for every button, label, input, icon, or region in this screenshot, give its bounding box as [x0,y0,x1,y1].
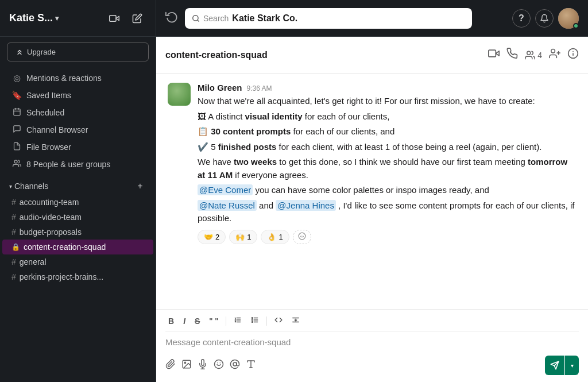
sidebar-item-file-browser[interactable]: File Browser [2,138,153,156]
emoji-button[interactable] [214,359,224,372]
mention-nate[interactable]: @Nate Russel [198,200,257,211]
blockquote-button[interactable]: " " [206,315,221,327]
upgrade-button[interactable]: Upgrade [7,43,149,61]
phone-icon[interactable] [506,48,518,62]
svg-point-9 [14,160,17,163]
video-icon[interactable] [488,48,500,62]
send-button-group: ▾ [545,356,579,375]
sidebar-item-scheduled[interactable]: Scheduled [2,104,153,121]
sidebar-item-saved[interactable]: 🔖 Saved Items [2,87,153,104]
send-dropdown-button[interactable]: ▾ [565,356,579,375]
hash-icon: # [11,257,16,267]
channel-item-general[interactable]: # general [2,254,153,269]
svg-marker-10 [496,51,500,56]
user-avatar[interactable] [558,8,579,29]
reaction-raised-hands[interactable]: 🙌 1 [229,230,257,244]
reactions: 🤝 2 🙌 1 👌 1 [198,230,577,244]
svg-marker-0 [116,16,119,21]
help-button[interactable]: ? [512,9,531,28]
search-workspace: Katie Stark Co. [232,13,297,24]
members-count: 4 [537,51,542,60]
members-badge[interactable]: 4 [525,50,542,60]
mention-button[interactable] [230,359,240,372]
workspace-name-text: Katie S... [9,12,53,24]
channel-browser-icon [11,125,22,135]
reaction-ok[interactable]: 👌 1 [261,230,289,244]
chat-area: content-creation-squad 4 [156,37,588,382]
hash-icon: # [11,227,16,237]
media-button[interactable] [181,359,192,372]
message-avatar [168,83,191,106]
add-reaction-button[interactable] [293,230,311,244]
svg-rect-5 [13,109,20,115]
message-author: Milo Green [198,83,242,92]
add-member-icon[interactable] [549,48,560,62]
compose-button[interactable] [128,9,146,28]
code-button[interactable] [272,314,285,327]
svg-point-28 [252,318,253,319]
unordered-list-button[interactable] [248,314,262,327]
history-button[interactable] [165,10,178,26]
hash-icon: # [11,272,16,281]
message-content: Milo Green 9:36 AM Now that we're all ac… [198,83,577,244]
mention-eve[interactable]: @Eve Comer [198,184,253,195]
add-channel-button[interactable]: + [134,180,146,192]
channels-section-header[interactable]: ▾ Channels + [0,175,156,195]
channel-item-audio[interactable]: # audio-video-team [2,210,153,225]
chat-header-actions: 4 [488,48,579,62]
attachment-button[interactable] [165,359,176,372]
scheduled-icon [11,107,22,118]
toolbar-separator [226,317,226,326]
audio-button[interactable] [198,359,208,372]
send-button[interactable] [545,356,564,375]
strikethrough-button[interactable]: S [192,315,203,327]
channels-list: # accounting-team # audio-video-team # b… [0,195,156,284]
svg-point-19 [299,233,305,240]
channel-item-content-creation[interactable]: 🔒 content-creation-squad [2,240,153,254]
channels-label: Channels [14,182,48,191]
video-call-button[interactable] [105,9,123,28]
sidebar: Upgrade ◎ Mentions & reactions 🔖 Saved I… [0,37,156,382]
search-label: Search [203,14,229,23]
mentions-icon: ◎ [11,73,22,83]
italic-button[interactable]: I [180,315,188,327]
online-status-dot [573,23,579,29]
info-icon[interactable] [567,48,579,62]
sidebar-item-people[interactable]: 8 People & user groups [2,156,153,173]
header-right-icons: ? [512,8,579,29]
svg-line-3 [198,20,199,21]
sidebar-header: Katie S... ▾ [0,0,156,37]
sidebar-item-mentions[interactable]: ◎ Mentions & reactions [2,70,153,87]
main-header: Search Katie Stark Co. ? [156,0,588,37]
chat-header: content-creation-squad 4 [156,37,588,74]
format-button[interactable] [246,359,256,372]
notifications-button[interactable] [535,9,554,28]
svg-point-13 [551,49,555,53]
svg-rect-11 [489,50,496,57]
reaction-handshake[interactable]: 🤝 2 [198,230,226,244]
svg-point-29 [252,319,253,321]
channels-toggle-icon: ▾ [9,183,12,190]
sidebar-item-channel-browser[interactable]: Channel Browser [2,121,153,138]
mention-jenna[interactable]: @Jenna Hines [276,200,336,211]
indent-button[interactable] [289,314,303,327]
search-bar[interactable]: Search Katie Stark Co. [185,8,472,29]
svg-point-35 [184,362,185,363]
bold-button[interactable]: B [165,315,177,327]
message-input[interactable]: Message content-creation-squad [165,335,579,353]
channel-item-perkins[interactable]: # perkins-project-brains... [2,269,153,284]
compose-footer: ▾ [165,353,579,375]
channel-item-budget[interactable]: # budget-proposals [2,225,153,240]
channel-item-accounting[interactable]: # accounting-team [2,195,153,210]
svg-rect-1 [110,15,116,21]
workspace-name[interactable]: Katie S... ▾ [9,12,105,24]
file-browser-icon [11,142,22,152]
sidebar-nav: ◎ Mentions & reactions 🔖 Saved Items Sch… [0,67,156,175]
ordered-list-button[interactable] [231,314,245,327]
message-body: Now that we're all acquainted, let's get… [198,95,577,225]
svg-point-41 [233,362,237,366]
saved-icon: 🔖 [11,90,22,101]
message: Milo Green 9:36 AM Now that we're all ac… [168,83,577,244]
hash-icon: # [11,213,16,222]
hash-icon: # [11,198,16,207]
